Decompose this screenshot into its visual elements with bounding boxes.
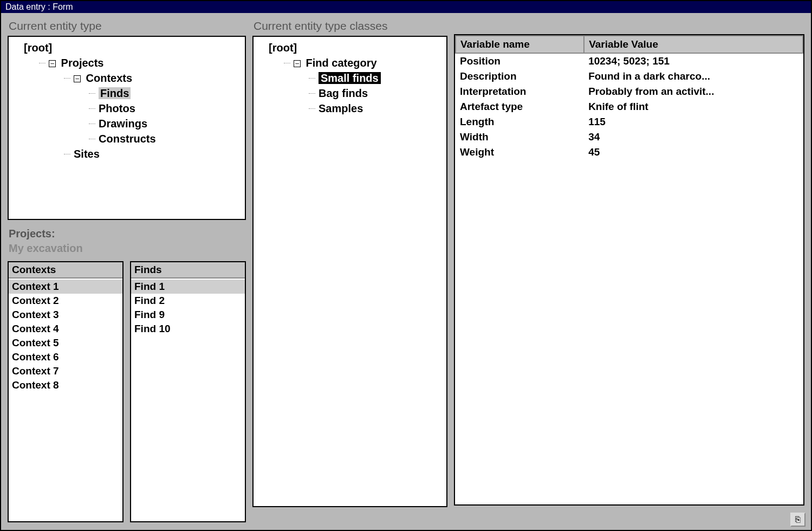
entity-node-sites[interactable]: Sites <box>63 146 241 161</box>
variable-name-cell: Length <box>456 114 584 129</box>
exit-door-icon: ⎘ <box>795 515 801 524</box>
finds-list[interactable]: Find 1Find 2Find 9Find 10 <box>131 279 245 521</box>
entity-node-drawings[interactable]: Drawings <box>88 116 241 131</box>
list-item[interactable]: Context 1 <box>9 280 122 294</box>
table-row[interactable]: Weight45 <box>456 145 803 160</box>
finds-header: Finds <box>131 262 245 279</box>
entity-tree-panel: [root] – Projects – Contexts <box>8 36 246 220</box>
variable-value-cell: 10234; 5023; 151 <box>584 53 803 69</box>
variable-value-cell: 115 <box>584 114 803 129</box>
table-row[interactable]: Length115 <box>456 114 803 129</box>
table-row[interactable]: InterpretationProbably from an activit..… <box>456 84 803 99</box>
classes-node-find-category[interactable]: – Find category Small finds Bag finds <box>283 55 442 116</box>
window-title: Data entry : Form <box>1 1 811 13</box>
variable-name-cell: Artefact type <box>456 99 584 114</box>
center-column: Current entity type classes [root] – Fin… <box>252 18 447 522</box>
entity-node-finds[interactable]: Finds <box>88 86 241 101</box>
body-area: Current entity type [root] – Projects <box>1 13 811 530</box>
variables-col-value[interactable]: Variable Value <box>584 36 803 53</box>
variable-name-cell: Description <box>456 69 584 84</box>
entity-node-contexts[interactable]: – Contexts Finds Photos <box>63 70 241 146</box>
close-button[interactable]: ⎘ <box>790 513 805 527</box>
contexts-listbox: Contexts Context 1Context 2Context 3Cont… <box>8 261 124 522</box>
variable-value-cell: 34 <box>584 129 803 145</box>
lists-row: Contexts Context 1Context 2Context 3Cont… <box>8 261 246 522</box>
entity-tree-title: Current entity type <box>9 20 245 33</box>
table-row[interactable]: Artefact typeKnife of flint <box>456 99 803 114</box>
projects-label: Projects: <box>9 228 245 240</box>
classes-tree[interactable]: [root] – Find category Small finds <box>258 40 442 116</box>
expand-icon[interactable]: – <box>49 60 56 67</box>
variables-col-name[interactable]: Variable name <box>456 36 584 53</box>
right-column: Variable name Variable Value Position102… <box>454 18 804 522</box>
entity-node-constructs[interactable]: Constructs <box>88 131 241 146</box>
list-item[interactable]: Find 10 <box>131 322 245 336</box>
entity-node-photos[interactable]: Photos <box>88 101 241 116</box>
variable-value-cell: Knife of flint <box>584 99 803 114</box>
variable-name-cell: Width <box>456 129 584 145</box>
list-item[interactable]: Context 5 <box>9 336 122 350</box>
contexts-header: Contexts <box>9 262 122 279</box>
entity-root-label: [root] <box>24 42 52 54</box>
list-item[interactable]: Context 7 <box>9 364 122 378</box>
entity-tree-root[interactable]: [root] – Projects – Contexts <box>13 40 241 161</box>
table-row[interactable]: DescriptionFound in a dark charco... <box>456 69 803 84</box>
variables-panel: Variable name Variable Value Position102… <box>454 34 804 506</box>
variable-name-cell: Position <box>456 53 584 69</box>
classes-node-bag-finds[interactable]: Bag finds <box>308 86 442 101</box>
variable-value-cell: 45 <box>584 145 803 160</box>
variable-name-cell: Weight <box>456 145 584 160</box>
contexts-list[interactable]: Context 1Context 2Context 3Context 4Cont… <box>9 279 122 521</box>
classes-node-small-finds[interactable]: Small finds <box>308 70 442 86</box>
variable-name-cell: Interpretation <box>456 84 584 99</box>
variable-value-cell: Found in a dark charco... <box>584 69 803 84</box>
list-item[interactable]: Context 3 <box>9 308 122 322</box>
list-item[interactable]: Find 9 <box>131 308 245 322</box>
window-frame: Data entry : Form Current entity type [r… <box>0 0 812 531</box>
classes-tree-panel: [root] – Find category Small finds <box>252 36 447 507</box>
expand-icon[interactable]: – <box>294 60 301 67</box>
expand-icon[interactable]: – <box>74 75 81 82</box>
list-item[interactable]: Find 2 <box>131 294 245 308</box>
classes-tree-title: Current entity type classes <box>254 20 446 33</box>
left-column: Current entity type [root] – Projects <box>8 18 246 522</box>
table-row[interactable]: Width34 <box>456 129 803 145</box>
classes-root[interactable]: [root] – Find category Small finds <box>258 40 442 116</box>
list-item[interactable]: Context 4 <box>9 322 122 336</box>
list-item[interactable]: Find 1 <box>131 280 245 294</box>
variable-value-cell: Probably from an activit... <box>584 84 803 99</box>
finds-listbox: Finds Find 1Find 2Find 9Find 10 <box>130 261 246 522</box>
variables-table[interactable]: Variable name Variable Value Position102… <box>455 35 803 160</box>
table-row[interactable]: Position10234; 5023; 151 <box>456 53 803 69</box>
entity-node-projects[interactable]: – Projects – Contexts Fi <box>38 55 241 161</box>
list-item[interactable]: Context 2 <box>9 294 122 308</box>
project-name: My excavation <box>9 242 245 255</box>
list-item[interactable]: Context 8 <box>9 378 122 392</box>
classes-node-samples[interactable]: Samples <box>308 101 442 116</box>
list-item[interactable]: Context 6 <box>9 350 122 364</box>
spacer <box>454 18 804 34</box>
entity-tree[interactable]: [root] – Projects – Contexts <box>13 40 241 161</box>
